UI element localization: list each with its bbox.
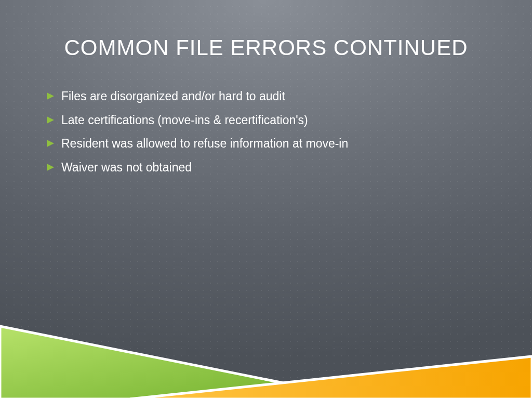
triangle-bullet-icon: [47, 164, 54, 171]
svg-marker-5: [130, 356, 532, 399]
svg-marker-2: [47, 140, 54, 147]
list-item-text: Late certifications (move-ins & recertif…: [61, 111, 485, 130]
list-item: Files are disorganized and/or hard to au…: [47, 87, 485, 106]
list-item-text: Resident was allowed to refuse informati…: [61, 135, 485, 153]
slide: COMMON FILE ERRORS CONTINUED Files are d…: [0, 0, 532, 399]
list-item: Late certifications (move-ins & recertif…: [47, 111, 485, 130]
bullet-list: Files are disorganized and/or hard to au…: [47, 87, 485, 182]
list-item: Waiver was not obtained: [47, 158, 485, 177]
triangle-bullet-icon: [47, 140, 54, 147]
footer-accent-shapes: [0, 295, 532, 399]
list-item-text: Waiver was not obtained: [61, 158, 485, 177]
svg-marker-4: [0, 326, 364, 399]
list-item: Resident was allowed to refuse informati…: [47, 135, 485, 153]
list-item-text: Files are disorganized and/or hard to au…: [61, 87, 485, 106]
triangle-bullet-icon: [47, 92, 54, 100]
svg-marker-0: [47, 92, 54, 100]
slide-title: COMMON FILE ERRORS CONTINUED: [0, 35, 532, 60]
svg-marker-3: [47, 164, 54, 171]
triangle-bullet-icon: [47, 116, 54, 124]
svg-marker-1: [47, 116, 54, 124]
